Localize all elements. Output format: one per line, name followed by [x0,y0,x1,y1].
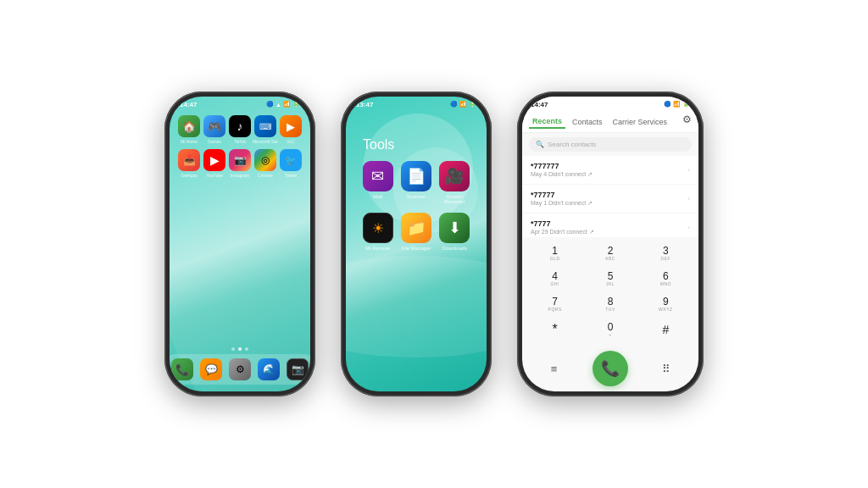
tab-carrier-services[interactable]: Carrier Services [609,116,671,128]
phone-1-bg: 14:47 🔵 ▲ 📶 🔋 🏠 Mi Home 🎮 [170,97,310,391]
phone-1: 14:47 🔵 ▲ 📶 🔋 🏠 Mi Home 🎮 [164,92,315,396]
recent-detail-3: Apr 29 Didn't connect ↗ [531,229,594,236]
recent-item-2[interactable]: *77777 May 1 Didn't connect ↗ › [522,185,698,214]
dock-browser[interactable]: 🌊 [258,358,280,380]
key-hash[interactable]: # [647,319,684,341]
dialpad-row-2: 4GHI 5JKL 6MNO [527,268,693,290]
status-icons-1: 🔵 ▲ 📶 🔋 [266,101,300,108]
app-row-1: 🏠 Mi Home 🎮 Games ♪ TikTok ⌨ Microsoft S… [176,115,303,144]
tab-contacts[interactable]: Contacts [569,116,606,128]
key-2[interactable]: 2ABC [592,242,629,264]
search-icon: 🔍 [536,141,544,148]
search-bar[interactable]: 🔍 Search contacts [529,137,692,152]
folder-grid: ✉ Mail 📄 Scanner 🎥 Screen Recorder ☀ [346,161,487,251]
recents-list: *777777 May 4 Didn't connect ↗ › *77777 … [522,156,698,237]
app-row-2: 📥 GetApps ▶ YouTube 📷 Instagram ◎ Chrome [176,149,303,178]
phone-2-screen: 13:47 🔵 📶 🔋 Tools ✉ Mail 📄 Scanner [346,97,487,391]
app-chrome[interactable]: ◎ Chrome [253,149,277,178]
app-getapps[interactable]: 📥 GetApps [177,149,201,178]
app-games[interactable]: 🎮 Games [203,115,226,144]
app-scanner[interactable]: 📄 Scanner [400,161,432,204]
recent-number-2: *77777 [531,191,593,199]
chevron-icon-1: › [687,166,690,174]
dialpad-row-1: 1GLD 2ABC 3DEF [527,242,693,264]
dialpad-row-4: * 0+ # [527,319,693,341]
recent-number-3: *7777 [531,219,594,228]
app-miremote[interactable]: ☀ Mi Remote [362,213,394,251]
chevron-icon-3: › [687,224,690,231]
app-instagram[interactable]: 📷 Instagram [228,149,252,178]
app-recorder[interactable]: 🎥 Screen Recorder [438,161,470,204]
app-tiktok[interactable]: ♪ TikTok [228,115,252,144]
folder-title: Tools [346,112,487,161]
call-button[interactable]: 📞 [593,351,628,386]
search-placeholder: Search contacts [548,141,596,148]
dock-settings[interactable]: ⚙ [229,358,251,380]
status-time-3: 14:47 [531,101,548,108]
recent-item-1[interactable]: *777777 May 4 Didn't connect ↗ › [522,156,698,185]
app-youtube[interactable]: ▶ YouTube [203,149,226,178]
folder-row-1: ✉ Mail 📄 Scanner 🎥 Screen Recorder [359,161,474,204]
dialer-tabs: Recents Contacts Carrier Services [522,112,698,133]
app-twitter[interactable]: 🐦 Twitter [279,149,303,178]
status-icons-3: 🔵 📶 🔋 [664,101,690,108]
grid-icon[interactable]: ⠿ [651,360,682,377]
phone-3-screen: 14:47 🔵 📶 🔋 ⚙ Recents Contacts Carrier S… [522,97,698,391]
key-5[interactable]: 5JKL [592,268,629,290]
recent-number-1: *777777 [531,162,593,170]
key-6[interactable]: 6MNO [647,268,684,290]
status-bar-1: 14:47 🔵 ▲ 📶 🔋 [170,97,310,112]
phone-3: 14:47 🔵 📶 🔋 ⚙ Recents Contacts Carrier S… [517,92,704,396]
dialpad: 1GLD 2ABC 3DEF 4GHI 5JKL 6MNO 7PQRS 8TUV… [522,239,698,347]
phone-2: 13:47 🔵 📶 🔋 Tools ✉ Mail 📄 Scanner [341,92,492,396]
dialpad-row-3: 7PQRS 8TUV 9WXYZ [527,293,693,315]
status-time-1: 14:47 [180,101,197,108]
chevron-icon-2: › [687,195,690,202]
key-star[interactable]: * [537,319,574,341]
key-7[interactable]: 7PQRS [537,293,574,315]
status-bar-3: 14:47 🔵 📶 🔋 [522,97,698,112]
key-8[interactable]: 8TUV [592,293,629,315]
app-swiftkey[interactable]: ⌨ Microsoft SwiftKey [253,115,277,144]
dock-phone[interactable]: 📞 [171,358,193,380]
settings-icon[interactable]: ⚙ [682,114,692,125]
app-mihome[interactable]: 🏠 Mi Home [177,115,201,144]
dock: 📞 💬 ⚙ 🌊 📷 [170,354,310,385]
status-bar-2: 13:47 🔵 📶 🔋 [346,97,487,112]
dialer-screen: 14:47 🔵 📶 🔋 ⚙ Recents Contacts Carrier S… [522,97,698,391]
app-vlc[interactable]: ▶ VLC [279,115,303,144]
dialpad-bottom: ≡ 📞 ⠿ [522,347,698,391]
app-downloads[interactable]: ⬇ Downloads [438,213,470,251]
recent-item-3[interactable]: *7777 Apr 29 Didn't connect ↗ › [522,214,698,237]
key-1[interactable]: 1GLD [537,242,574,264]
key-3[interactable]: 3DEF [647,242,684,264]
dock-camera[interactable]: 📷 [287,358,309,380]
key-4[interactable]: 4GHI [537,268,574,290]
status-time-2: 13:47 [356,101,373,108]
app-filemanager[interactable]: 📁 File Manager [400,213,432,251]
key-9[interactable]: 9WXYZ [647,293,684,315]
dock-messages[interactable]: 💬 [200,358,222,380]
recent-detail-2: May 1 Didn't connect ↗ [531,200,593,207]
menu-icon[interactable]: ≡ [539,360,570,377]
app-mail[interactable]: ✉ Mail [362,161,394,204]
recent-detail-1: May 4 Didn't connect ↗ [531,171,593,178]
page-dots [170,347,310,351]
app-grid-1: 🏠 Mi Home 🎮 Games ♪ TikTok ⌨ Microsoft S… [170,112,310,178]
phone-2-bg: 13:47 🔵 📶 🔋 Tools ✉ Mail 📄 Scanner [346,97,487,391]
folder-row-2: ☀ Mi Remote 📁 File Manager ⬇ Downloads [359,213,474,251]
tab-recents[interactable]: Recents [529,115,565,129]
key-0[interactable]: 0+ [592,319,629,341]
phone-1-screen: 14:47 🔵 ▲ 📶 🔋 🏠 Mi Home 🎮 [170,97,310,391]
